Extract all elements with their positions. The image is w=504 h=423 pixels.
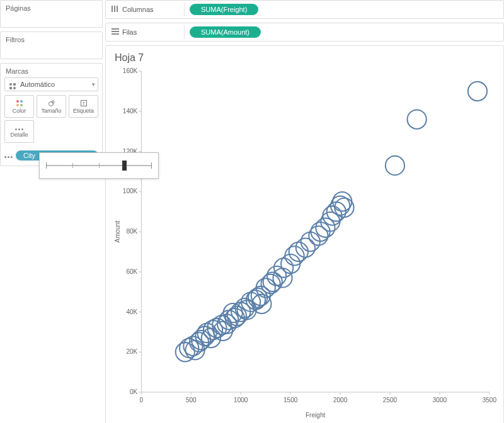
svg-text:3500: 3500	[483, 397, 497, 403]
marks-panel-title: Marcas	[1, 64, 102, 77]
filters-panel-title: Filtros	[1, 32, 102, 47]
viz-panel: Hoja 7 0K20K40K60K80K100K120K140K160K050…	[105, 45, 504, 423]
svg-text:1000: 1000	[234, 397, 248, 403]
svg-text:40K: 40K	[126, 308, 137, 315]
marks-type-dropdown[interactable]: Automático ▾	[4, 77, 98, 91]
svg-text:500: 500	[186, 397, 197, 403]
size-slider-popup[interactable]	[39, 152, 159, 179]
columns-shelf[interactable]: Columnas SUMA(Freight)	[105, 0, 504, 19]
svg-point-0	[49, 102, 53, 106]
svg-point-95	[408, 110, 427, 128]
chevron-down-icon: ▾	[92, 81, 95, 87]
marks-label-label: Etiqueta	[73, 108, 94, 114]
marks-type-label: Automático	[20, 81, 92, 88]
detail-pill-icon	[4, 152, 16, 159]
svg-text:2000: 2000	[333, 397, 348, 403]
size-slider-thumb[interactable]	[122, 161, 127, 171]
marks-detail-label: Detalle	[10, 132, 28, 138]
svg-rect-6	[117, 6, 118, 12]
color-icon	[16, 99, 23, 108]
svg-rect-9	[112, 33, 119, 35]
svg-rect-8	[112, 31, 119, 32]
svg-text:1500: 1500	[284, 397, 298, 403]
size-slider-track[interactable]	[46, 165, 152, 166]
svg-point-87	[316, 218, 335, 237]
size-icon	[48, 99, 55, 108]
scatter-plot[interactable]: 0K20K40K60K80K100K120K140K160K0500100015…	[111, 65, 498, 422]
marks-color-button[interactable]: Color	[4, 95, 34, 118]
svg-rect-5	[114, 6, 115, 12]
filters-panel: Filtros	[0, 31, 103, 59]
svg-text:2500: 2500	[383, 397, 398, 403]
svg-text:0: 0	[140, 397, 144, 403]
marks-panel: Marcas Automático ▾ Color	[0, 63, 103, 166]
svg-point-94	[386, 156, 404, 175]
svg-text:T: T	[82, 101, 85, 106]
columns-pill-freight[interactable]: SUMA(Freight)	[190, 4, 258, 15]
svg-text:3000: 3000	[433, 397, 447, 403]
rows-shelf-label: Filas	[122, 28, 137, 36]
viz-title[interactable]: Hoja 7	[111, 50, 498, 65]
pages-panel-title: Páginas	[1, 1, 102, 16]
rows-shelf[interactable]: Filas SUMA(Amount)	[105, 23, 504, 42]
label-icon: T	[80, 99, 88, 108]
columns-icon	[111, 5, 122, 14]
marks-size-label: Tamaño	[41, 108, 61, 114]
rows-icon	[111, 28, 122, 37]
rows-pill-amount[interactable]: SUMA(Amount)	[190, 26, 261, 38]
marks-label-button[interactable]: T Etiqueta	[69, 95, 98, 118]
svg-text:80K: 80K	[126, 228, 137, 235]
columns-shelf-label: Columnas	[122, 6, 154, 13]
svg-text:0K: 0K	[130, 388, 138, 395]
detail-icon	[15, 125, 23, 132]
svg-point-96	[468, 82, 487, 101]
marks-size-button[interactable]: Tamaño	[37, 95, 66, 118]
svg-text:Amount: Amount	[114, 220, 121, 242]
svg-text:140K: 140K	[123, 108, 138, 115]
svg-text:160K: 160K	[123, 67, 138, 74]
marks-color-label: Color	[13, 108, 26, 114]
svg-rect-7	[112, 28, 119, 30]
svg-text:20K: 20K	[126, 348, 137, 355]
pages-panel: Páginas	[0, 0, 103, 28]
svg-text:Freight: Freight	[306, 412, 326, 419]
svg-text:100K: 100K	[123, 188, 138, 195]
marks-detail-button[interactable]: Detalle	[4, 120, 34, 143]
svg-text:60K: 60K	[126, 268, 137, 275]
svg-rect-4	[112, 6, 113, 12]
automatic-icon	[8, 80, 18, 89]
